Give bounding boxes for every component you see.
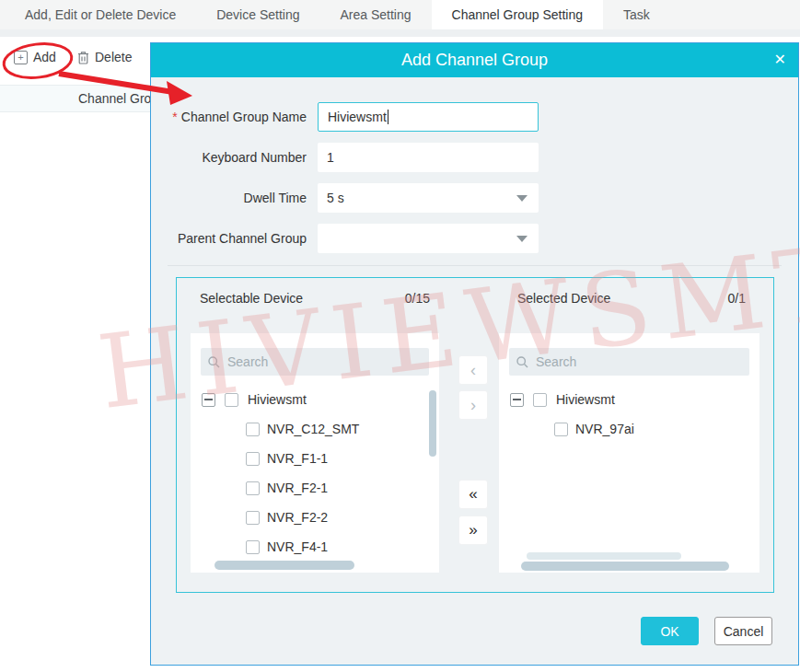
tab-bar: Add, Edit or Delete Device Device Settin… — [0, 0, 800, 29]
checkbox-icon[interactable] — [554, 423, 568, 436]
delete-button-label: Delete — [95, 50, 132, 64]
dialog-titlebar: Add Channel Group ✕ — [151, 43, 798, 77]
channel-group-table-header: Channel Grou — [0, 85, 150, 112]
tree-device-row[interactable]: NVR_97ai — [499, 414, 747, 444]
tab-area-setting[interactable]: Area Setting — [319, 0, 431, 29]
collapse-icon[interactable] — [202, 393, 215, 407]
checkbox-icon[interactable] — [246, 511, 260, 525]
tab-channel-group-setting[interactable]: Channel Group Setting — [432, 0, 603, 29]
checkbox-icon[interactable] — [225, 393, 238, 407]
tab-add-edit-delete-device[interactable]: Add, Edit or Delete Device — [5, 0, 196, 29]
delete-button[interactable]: Delete — [77, 50, 132, 64]
dwell-time-value: 5 s — [327, 191, 344, 205]
form-divider — [168, 265, 782, 266]
tree-root-row[interactable]: Hiviewsmt — [499, 385, 747, 414]
tree-device-row[interactable]: NVR_F4-1 — [191, 532, 426, 562]
chevron-down-icon — [516, 236, 528, 242]
device-label: NVR_F4-1 — [267, 539, 328, 554]
dwell-time-label: Dwell Time — [151, 183, 307, 213]
channel-group-name-label: *Channel Group Name — [151, 102, 307, 132]
selected-device-count: 0/1 — [728, 291, 746, 309]
parent-channel-group-select[interactable] — [318, 224, 539, 253]
selectable-device-title: Selectable Device — [200, 291, 303, 309]
add-button[interactable]: + Add — [14, 50, 56, 64]
device-label: NVR_F1-1 — [267, 451, 328, 466]
close-icon[interactable]: ✕ — [774, 51, 786, 69]
channel-group-name-input[interactable]: Hiviewsmt — [318, 102, 539, 132]
horizontal-scrollbar[interactable] — [521, 562, 729, 571]
tree-device-row[interactable]: NVR_F2-1 — [191, 473, 426, 503]
tab-task[interactable]: Task — [603, 0, 670, 29]
trash-icon — [77, 51, 89, 64]
horizontal-scrollbar-track — [527, 552, 681, 560]
horizontal-scrollbar[interactable] — [214, 561, 354, 570]
ok-button[interactable]: OK — [641, 617, 699, 645]
tree-root-label: Hiviewsmt — [556, 392, 615, 407]
device-label: NVR_F2-1 — [267, 481, 328, 495]
move-all-left-button[interactable]: « — [458, 480, 488, 509]
tree-device-row[interactable]: NVR_F2-2 — [191, 503, 426, 532]
cancel-button[interactable]: Cancel — [714, 617, 772, 645]
tree-device-row[interactable]: NVR_C12_SMT — [191, 414, 426, 444]
selected-device-list: Hiviewsmt NVR_97ai — [499, 333, 759, 573]
move-all-right-button[interactable]: » — [458, 516, 488, 545]
vertical-scrollbar[interactable] — [429, 390, 436, 457]
channel-group-column-label: Channel Grou — [78, 86, 150, 111]
tree-root-label: Hiviewsmt — [248, 392, 307, 407]
selectable-device-header: Selectable Device 0/15 — [200, 291, 430, 309]
checkbox-icon[interactable] — [246, 423, 260, 436]
device-label: NVR_97ai — [575, 422, 634, 436]
tree-device-row[interactable]: NVR_F1-1 — [191, 444, 426, 473]
add-channel-group-dialog: Add Channel Group ✕ *Channel Group Name … — [150, 42, 799, 666]
keyboard-number-value: 1 — [327, 150, 334, 165]
device-label: NVR_C12_SMT — [267, 422, 359, 436]
selectable-device-list: Hiviewsmt NVR_C12_SMT NVR_F1-1 NVR_F2-1 … — [191, 333, 439, 573]
search-icon — [208, 356, 220, 368]
move-left-button[interactable]: ‹ — [458, 355, 488, 385]
chevron-down-icon — [516, 195, 528, 202]
checkbox-icon[interactable] — [533, 393, 547, 407]
selected-device-header: Selected Device 0/1 — [517, 291, 746, 309]
checkbox-icon[interactable] — [246, 540, 260, 554]
text-caret — [388, 110, 388, 124]
dialog-title: Add Channel Group — [401, 51, 548, 70]
tabbar-divider — [0, 29, 800, 37]
keyboard-number-label: Keyboard Number — [151, 143, 307, 172]
parent-channel-group-label: Parent Channel Group — [151, 224, 307, 253]
device-label: NVR_F2-2 — [267, 510, 328, 525]
required-asterisk: * — [172, 110, 177, 124]
dwell-time-select[interactable]: 5 s — [318, 183, 539, 213]
move-right-button[interactable]: › — [458, 390, 488, 420]
keyboard-number-input[interactable]: 1 — [318, 143, 539, 172]
add-button-label: Add — [33, 50, 56, 64]
checkbox-icon[interactable] — [246, 452, 260, 466]
tree-root-row[interactable]: Hiviewsmt — [191, 385, 426, 414]
tab-device-setting[interactable]: Device Setting — [196, 0, 319, 29]
selectable-device-count: 0/15 — [405, 291, 430, 309]
collapse-icon[interactable] — [510, 393, 524, 407]
search-input[interactable] — [226, 353, 422, 370]
checkbox-icon[interactable] — [246, 481, 260, 495]
search-icon — [516, 356, 528, 368]
search-input[interactable] — [534, 353, 742, 370]
selected-device-title: Selected Device — [517, 291, 610, 309]
add-icon: + — [14, 51, 28, 64]
channel-group-name-value: Hiviewsmt — [328, 110, 387, 124]
device-transfer-panel: Selectable Device 0/15 Selected Device 0… — [176, 277, 774, 593]
selected-search-box — [509, 348, 749, 376]
selectable-search-box — [201, 348, 429, 376]
